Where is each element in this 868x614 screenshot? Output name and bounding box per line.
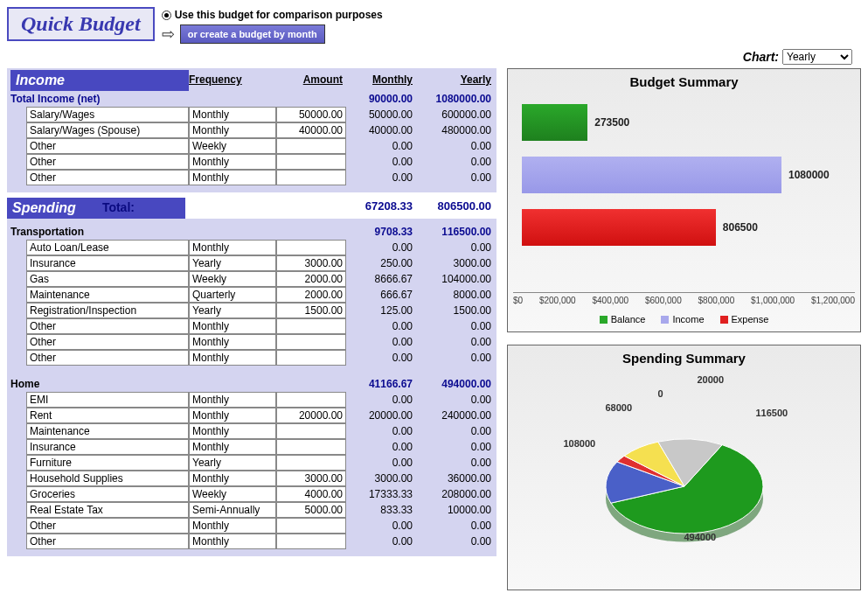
row-amount-cell[interactable]: 2000.00 [276, 271, 346, 287]
row-amount-cell[interactable] [276, 170, 346, 185]
table-row: Auto Loan/LeaseMonthly0.000.00 [10, 240, 493, 255]
chart-period-select[interactable]: Yearly [782, 49, 852, 65]
row-amount-cell[interactable]: 50000.00 [276, 107, 346, 122]
row-monthly-value: 8666.67 [346, 273, 416, 285]
row-monthly-value: 0.00 [346, 241, 416, 254]
row-amount-cell[interactable] [276, 334, 346, 350]
row-frequency-cell[interactable]: Monthly [189, 423, 276, 439]
row-name-cell[interactable]: Salary/Wages (Spouse) [26, 122, 189, 138]
row-amount-cell[interactable] [276, 392, 346, 408]
row-amount-cell[interactable] [276, 455, 346, 471]
row-frequency-cell[interactable]: Weekly [189, 271, 276, 287]
row-frequency-cell[interactable]: Weekly [189, 486, 276, 502]
row-amount-cell[interactable] [276, 318, 346, 334]
row-amount-cell[interactable] [276, 240, 346, 255]
row-amount-cell[interactable] [276, 138, 346, 154]
row-name-cell[interactable]: Groceries [26, 486, 189, 502]
row-amount-cell[interactable] [276, 423, 346, 439]
row-name-cell[interactable]: Maintenance [26, 287, 189, 303]
comparison-label: Use this budget for comparison purposes [175, 9, 383, 21]
table-row: OtherMonthly0.000.00 [10, 170, 493, 185]
row-frequency-cell[interactable]: Monthly [189, 439, 276, 455]
row-yearly-value: 10000.00 [416, 504, 495, 516]
row-name-cell[interactable]: Registration/Inspection [26, 303, 189, 318]
row-name-cell[interactable]: Insurance [26, 255, 189, 271]
x-tick: $200,000 [539, 296, 576, 305]
row-name-cell[interactable]: Auto Loan/Lease [26, 240, 189, 255]
table-row: GasWeekly2000.008666.67104000.00 [10, 271, 493, 287]
row-frequency-cell[interactable]: Monthly [189, 170, 276, 185]
row-name-cell[interactable]: Other [26, 534, 189, 549]
row-name-cell[interactable]: Salary/Wages [26, 107, 189, 122]
row-yearly-value: 0.00 [416, 441, 495, 453]
row-frequency-cell[interactable]: Monthly [189, 408, 276, 423]
row-name-cell[interactable]: Real Estate Tax [26, 502, 189, 518]
row-monthly-value: 0.00 [346, 336, 416, 348]
row-monthly-value: 0.00 [346, 140, 416, 152]
row-amount-cell[interactable] [276, 534, 346, 549]
create-budget-button[interactable]: or create a budget by month [180, 24, 325, 44]
row-amount-cell[interactable] [276, 154, 346, 170]
row-amount-cell[interactable] [276, 350, 346, 366]
row-name-cell[interactable]: Rent [26, 408, 189, 423]
row-name-cell[interactable]: Other [26, 350, 189, 366]
row-frequency-cell[interactable]: Monthly [189, 122, 276, 138]
col-frequency: Frequency [189, 70, 276, 91]
row-name-cell[interactable]: EMI [26, 392, 189, 408]
row-frequency-cell[interactable]: Monthly [189, 350, 276, 366]
row-frequency-cell[interactable]: Yearly [189, 255, 276, 271]
pie-label: 20000 [698, 374, 725, 385]
income-total-row: Total Income (net) 90000.00 1080000.00 [10, 91, 493, 107]
col-monthly: Monthly [346, 70, 416, 91]
legend-item: Balance [600, 314, 646, 324]
row-name-cell[interactable]: Furniture [26, 455, 189, 471]
row-name-cell[interactable]: Other [26, 138, 189, 154]
row-frequency-cell[interactable]: Monthly [189, 318, 276, 334]
row-frequency-cell[interactable]: Monthly [189, 154, 276, 170]
table-row: OtherMonthly0.000.00 [10, 318, 493, 334]
row-name-cell[interactable]: Other [26, 334, 189, 350]
row-frequency-cell[interactable]: Monthly [189, 471, 276, 486]
pie-label: 108000 [564, 438, 596, 449]
row-name-cell[interactable]: Other [26, 318, 189, 334]
row-amount-cell[interactable]: 1500.00 [276, 303, 346, 318]
row-amount-cell[interactable]: 20000.00 [276, 408, 346, 423]
row-frequency-cell[interactable]: Semi-Annually [189, 502, 276, 518]
row-yearly-value: 0.00 [416, 171, 495, 184]
row-frequency-cell[interactable]: Monthly [189, 240, 276, 255]
pie-label: 68000 [606, 402, 633, 413]
comparison-option[interactable]: Use this budget for comparison purposes [162, 7, 383, 21]
row-name-cell[interactable]: Insurance [26, 439, 189, 455]
row-frequency-cell[interactable]: Yearly [189, 455, 276, 471]
row-frequency-cell[interactable]: Weekly [189, 138, 276, 154]
row-name-cell[interactable]: Household Supplies [26, 471, 189, 486]
row-amount-cell[interactable]: 3000.00 [276, 471, 346, 486]
table-row: OtherMonthly0.000.00 [10, 334, 493, 350]
row-frequency-cell[interactable]: Quarterly [189, 287, 276, 303]
row-amount-cell[interactable] [276, 518, 346, 534]
row-name-cell[interactable]: Maintenance [26, 423, 189, 439]
row-frequency-cell[interactable]: Monthly [189, 107, 276, 122]
row-amount-cell[interactable]: 40000.00 [276, 122, 346, 138]
table-row: OtherMonthly0.000.00 [10, 534, 493, 549]
row-amount-cell[interactable]: 5000.00 [276, 502, 346, 518]
row-yearly-value: 104000.00 [416, 273, 495, 285]
row-frequency-cell[interactable]: Yearly [189, 303, 276, 318]
row-frequency-cell[interactable]: Monthly [189, 334, 276, 350]
row-frequency-cell[interactable]: Monthly [189, 518, 276, 534]
row-name-cell[interactable]: Gas [26, 271, 189, 287]
spending-group-header: Transportation9708.33116500.00 [10, 224, 493, 240]
row-frequency-cell[interactable]: Monthly [189, 534, 276, 549]
row-name-cell[interactable]: Other [26, 154, 189, 170]
row-amount-cell[interactable]: 3000.00 [276, 255, 346, 271]
row-name-cell[interactable]: Other [26, 518, 189, 534]
table-row: FurnitureYearly0.000.00 [10, 455, 493, 471]
radio-icon [162, 10, 171, 20]
row-name-cell[interactable]: Other [26, 170, 189, 185]
row-amount-cell[interactable] [276, 439, 346, 455]
row-amount-cell[interactable]: 2000.00 [276, 287, 346, 303]
table-row: Household SuppliesMonthly3000.003000.003… [10, 471, 493, 486]
table-row: OtherMonthly0.000.00 [10, 518, 493, 534]
row-frequency-cell[interactable]: Monthly [189, 392, 276, 408]
row-amount-cell[interactable]: 4000.00 [276, 486, 346, 502]
